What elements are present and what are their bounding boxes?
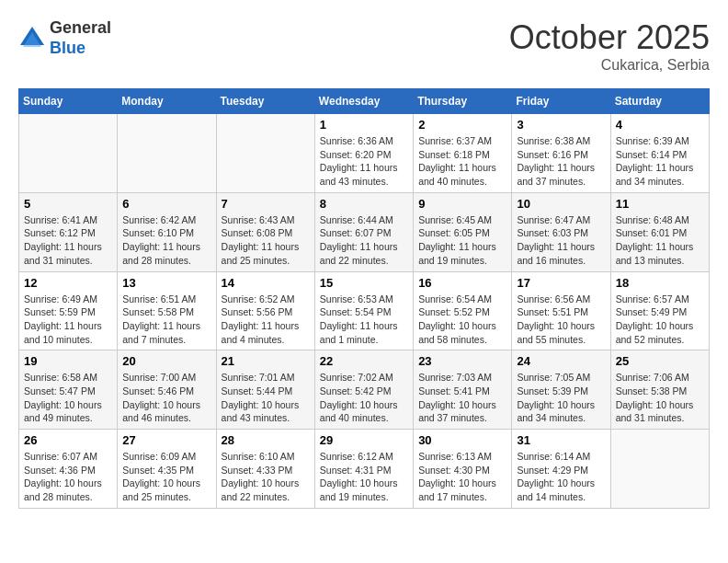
day-info: Sunrise: 7:05 AM Sunset: 5:39 PM Dayligh…: [517, 371, 605, 425]
day-number: 14: [222, 276, 310, 290]
day-info: Sunrise: 6:47 AM Sunset: 6:03 PM Dayligh…: [517, 213, 605, 268]
calendar-cell: 9Sunrise: 6:45 AM Sunset: 6:05 PM Daylig…: [414, 192, 512, 271]
day-info: Sunrise: 6:44 AM Sunset: 6:07 PM Dayligh…: [320, 213, 408, 268]
calendar-cell: 21Sunrise: 7:01 AM Sunset: 5:44 PM Dayli…: [216, 350, 314, 430]
weekday-header: Saturday: [610, 89, 709, 114]
day-number: 1: [320, 118, 408, 132]
location: Cukarica, Serbia: [509, 57, 710, 74]
calendar-cell: 8Sunrise: 6:44 AM Sunset: 6:07 PM Daylig…: [314, 192, 413, 271]
calendar-cell: 23Sunrise: 7:03 AM Sunset: 5:41 PM Dayli…: [414, 350, 512, 430]
day-number: 15: [320, 276, 408, 290]
calendar-cell: 17Sunrise: 6:56 AM Sunset: 5:51 PM Dayli…: [512, 271, 610, 350]
day-number: 4: [616, 118, 704, 132]
day-number: 12: [24, 276, 112, 290]
day-number: 28: [222, 433, 310, 447]
day-info: Sunrise: 7:02 AM Sunset: 5:42 PM Dayligh…: [320, 371, 408, 425]
day-number: 31: [517, 433, 605, 447]
day-number: 19: [24, 354, 112, 368]
calendar-cell: 7Sunrise: 6:43 AM Sunset: 6:08 PM Daylig…: [216, 192, 314, 271]
day-info: Sunrise: 6:54 AM Sunset: 5:52 PM Dayligh…: [418, 293, 506, 347]
calendar-cell: [19, 114, 118, 193]
calendar-cell: 18Sunrise: 6:57 AM Sunset: 5:49 PM Dayli…: [610, 271, 709, 350]
day-number: 23: [418, 354, 506, 368]
day-info: Sunrise: 6:38 AM Sunset: 6:16 PM Dayligh…: [517, 134, 605, 189]
day-number: 2: [418, 118, 506, 132]
day-info: Sunrise: 6:39 AM Sunset: 6:14 PM Dayligh…: [616, 134, 704, 189]
weekday-header: Friday: [512, 89, 610, 114]
calendar-cell: 30Sunrise: 6:13 AM Sunset: 4:30 PM Dayli…: [414, 430, 512, 509]
day-number: 29: [320, 433, 408, 447]
week-row: 12Sunrise: 6:49 AM Sunset: 5:59 PM Dayli…: [19, 271, 710, 350]
logo-general: General: [50, 18, 111, 39]
week-row: 1Sunrise: 6:36 AM Sunset: 6:20 PM Daylig…: [19, 114, 710, 193]
calendar-cell: 14Sunrise: 6:52 AM Sunset: 5:56 PM Dayli…: [216, 271, 314, 350]
calendar-cell: 26Sunrise: 6:07 AM Sunset: 4:36 PM Dayli…: [19, 430, 118, 509]
day-number: 20: [122, 354, 210, 368]
day-info: Sunrise: 6:09 AM Sunset: 4:35 PM Dayligh…: [122, 450, 210, 504]
day-info: Sunrise: 6:10 AM Sunset: 4:33 PM Dayligh…: [222, 450, 310, 504]
day-info: Sunrise: 6:48 AM Sunset: 6:01 PM Dayligh…: [616, 213, 704, 268]
day-number: 25: [616, 354, 704, 368]
calendar-cell: 31Sunrise: 6:14 AM Sunset: 4:29 PM Dayli…: [512, 430, 610, 509]
calendar-cell: 11Sunrise: 6:48 AM Sunset: 6:01 PM Dayli…: [610, 192, 709, 271]
day-info: Sunrise: 6:57 AM Sunset: 5:49 PM Dayligh…: [616, 293, 704, 347]
calendar-cell: 12Sunrise: 6:49 AM Sunset: 5:59 PM Dayli…: [19, 271, 118, 350]
weekday-header: Thursday: [414, 89, 512, 114]
week-row: 19Sunrise: 6:58 AM Sunset: 5:47 PM Dayli…: [19, 350, 710, 430]
week-row: 5Sunrise: 6:41 AM Sunset: 6:12 PM Daylig…: [19, 192, 710, 271]
calendar-cell: 16Sunrise: 6:54 AM Sunset: 5:52 PM Dayli…: [414, 271, 512, 350]
calendar-cell: 4Sunrise: 6:39 AM Sunset: 6:14 PM Daylig…: [610, 114, 709, 193]
calendar-cell: 27Sunrise: 6:09 AM Sunset: 4:35 PM Dayli…: [118, 430, 216, 509]
day-info: Sunrise: 6:12 AM Sunset: 4:31 PM Dayligh…: [320, 450, 408, 504]
calendar-cell: 1Sunrise: 6:36 AM Sunset: 6:20 PM Daylig…: [314, 114, 413, 193]
day-number: 5: [24, 197, 112, 211]
month-title: October 2025: [509, 18, 710, 57]
calendar-cell: 24Sunrise: 7:05 AM Sunset: 5:39 PM Dayli…: [512, 350, 610, 430]
page-header: General Blue October 2025 Cukarica, Serb…: [18, 18, 710, 74]
logo-text: General Blue: [50, 18, 111, 58]
calendar-cell: 28Sunrise: 6:10 AM Sunset: 4:33 PM Dayli…: [216, 430, 314, 509]
calendar-cell: 5Sunrise: 6:41 AM Sunset: 6:12 PM Daylig…: [19, 192, 118, 271]
day-info: Sunrise: 6:58 AM Sunset: 5:47 PM Dayligh…: [24, 371, 112, 425]
weekday-header: Tuesday: [216, 89, 314, 114]
day-number: 24: [517, 354, 605, 368]
day-info: Sunrise: 6:51 AM Sunset: 5:58 PM Dayligh…: [122, 293, 210, 347]
day-number: 21: [222, 354, 310, 368]
day-number: 27: [122, 433, 210, 447]
day-number: 3: [517, 118, 605, 132]
calendar-cell: [118, 114, 216, 193]
day-number: 10: [517, 197, 605, 211]
day-info: Sunrise: 6:42 AM Sunset: 6:10 PM Dayligh…: [122, 213, 210, 268]
calendar-cell: [610, 430, 709, 509]
day-number: 6: [122, 197, 210, 211]
calendar-cell: 2Sunrise: 6:37 AM Sunset: 6:18 PM Daylig…: [414, 114, 512, 193]
calendar-header: SundayMondayTuesdayWednesdayThursdayFrid…: [19, 89, 710, 114]
day-number: 22: [320, 354, 408, 368]
calendar-cell: 29Sunrise: 6:12 AM Sunset: 4:31 PM Dayli…: [314, 430, 413, 509]
day-info: Sunrise: 6:52 AM Sunset: 5:56 PM Dayligh…: [222, 293, 310, 347]
week-row: 26Sunrise: 6:07 AM Sunset: 4:36 PM Dayli…: [19, 430, 710, 509]
day-number: 30: [418, 433, 506, 447]
calendar-cell: 3Sunrise: 6:38 AM Sunset: 6:16 PM Daylig…: [512, 114, 610, 193]
day-info: Sunrise: 7:01 AM Sunset: 5:44 PM Dayligh…: [222, 371, 310, 425]
day-number: 11: [616, 197, 704, 211]
day-info: Sunrise: 6:45 AM Sunset: 6:05 PM Dayligh…: [418, 213, 506, 268]
logo-icon: [18, 25, 46, 52]
day-info: Sunrise: 6:14 AM Sunset: 4:29 PM Dayligh…: [517, 450, 605, 504]
calendar-cell: 6Sunrise: 6:42 AM Sunset: 6:10 PM Daylig…: [118, 192, 216, 271]
calendar-cell: [216, 114, 314, 193]
day-info: Sunrise: 7:03 AM Sunset: 5:41 PM Dayligh…: [418, 371, 506, 425]
day-info: Sunrise: 6:53 AM Sunset: 5:54 PM Dayligh…: [320, 293, 408, 347]
calendar-cell: 10Sunrise: 6:47 AM Sunset: 6:03 PM Dayli…: [512, 192, 610, 271]
calendar-cell: 13Sunrise: 6:51 AM Sunset: 5:58 PM Dayli…: [118, 271, 216, 350]
weekday-header-row: SundayMondayTuesdayWednesdayThursdayFrid…: [19, 89, 710, 114]
day-number: 9: [418, 197, 506, 211]
calendar-cell: 22Sunrise: 7:02 AM Sunset: 5:42 PM Dayli…: [314, 350, 413, 430]
day-number: 7: [222, 197, 310, 211]
day-number: 26: [24, 433, 112, 447]
day-info: Sunrise: 6:43 AM Sunset: 6:08 PM Dayligh…: [222, 213, 310, 268]
calendar-cell: 15Sunrise: 6:53 AM Sunset: 5:54 PM Dayli…: [314, 271, 413, 350]
day-number: 16: [418, 276, 506, 290]
day-info: Sunrise: 7:06 AM Sunset: 5:38 PM Dayligh…: [616, 371, 704, 425]
day-info: Sunrise: 7:00 AM Sunset: 5:46 PM Dayligh…: [122, 371, 210, 425]
